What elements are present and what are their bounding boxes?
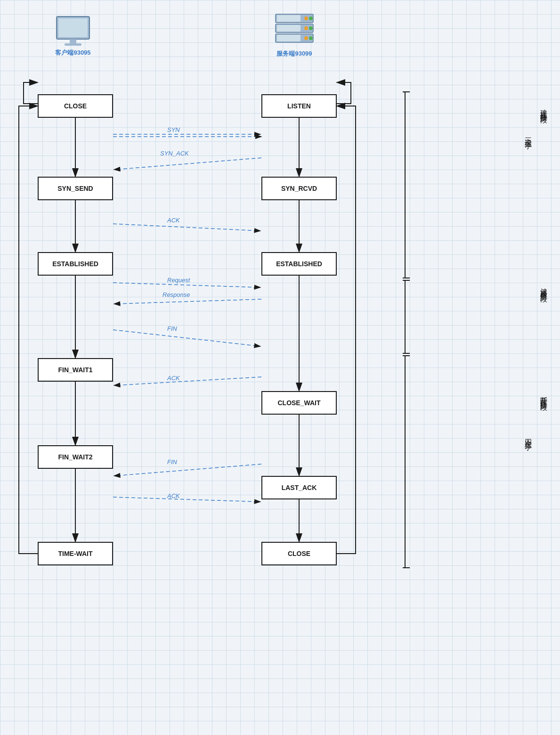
fin1-label: FIN: [167, 325, 177, 332]
response-label: Response: [162, 291, 190, 298]
ack1-label: ACK: [167, 217, 180, 224]
svg-line-31: [114, 377, 261, 385]
phase-health-label: 健康检查阶段: [539, 283, 548, 291]
diagram-container: 客户端93095 服务端93099 CLOSE LISTEN SYN_SEND …: [0, 0, 560, 735]
phase-handshake-label: 三次握手: [524, 132, 533, 138]
fin-wait1-box: FIN_WAIT1: [38, 358, 113, 382]
syn-send-box: SYN_SEND: [38, 177, 113, 200]
ack2-label: ACK: [167, 375, 180, 382]
phase-disconnect-handshake-label: 四次挥手: [524, 433, 533, 439]
svg-rect-3: [65, 43, 81, 46]
phase-establish-label: 建立连接阶段: [539, 104, 548, 112]
server-established-box: ESTABLISHED: [261, 252, 337, 276]
svg-line-34: [114, 464, 261, 476]
server-icon: 服务端93099: [261, 12, 327, 58]
client-close-box: CLOSE: [38, 94, 113, 118]
phase-disconnect-label: 断开连接阶段: [539, 391, 548, 400]
svg-point-10: [304, 26, 308, 30]
last-ack-box: LAST_ACK: [261, 476, 337, 499]
client-icon: 客户端93095: [45, 14, 101, 57]
svg-line-27: [114, 299, 261, 304]
svg-line-29: [113, 330, 260, 346]
svg-line-24: [113, 224, 260, 231]
svg-rect-2: [70, 39, 76, 44]
fin2-label: FIN: [167, 458, 177, 466]
request-label: Request: [167, 277, 190, 284]
svg-point-14: [304, 36, 308, 40]
client-label: 客户端93095: [45, 49, 101, 57]
client-established-box: ESTABLISHED: [38, 252, 113, 276]
svg-line-35: [113, 497, 260, 502]
svg-point-6: [304, 16, 308, 20]
svg-rect-13: [277, 35, 300, 41]
ack3-label: ACK: [167, 492, 180, 499]
svg-point-11: [309, 26, 313, 30]
time-wait-box: TIME-WAIT: [38, 542, 113, 565]
server-label: 服务端93099: [261, 49, 327, 58]
svg-line-21: [114, 158, 261, 170]
close-wait-box: CLOSE_WAIT: [261, 391, 337, 415]
svg-rect-5: [277, 15, 300, 22]
listen-box: LISTEN: [261, 94, 337, 118]
server-close-box: CLOSE: [261, 542, 337, 565]
fin-wait2-box: FIN_WAIT2: [38, 445, 113, 469]
svg-point-15: [309, 36, 313, 40]
syn-rcvd-box: SYN_RCVD: [261, 177, 337, 200]
syn-label: SYN: [167, 126, 180, 133]
svg-point-7: [309, 16, 313, 20]
syn-ack-label: SYN_ACK: [160, 150, 189, 157]
svg-rect-1: [58, 18, 88, 37]
svg-rect-9: [277, 25, 300, 32]
